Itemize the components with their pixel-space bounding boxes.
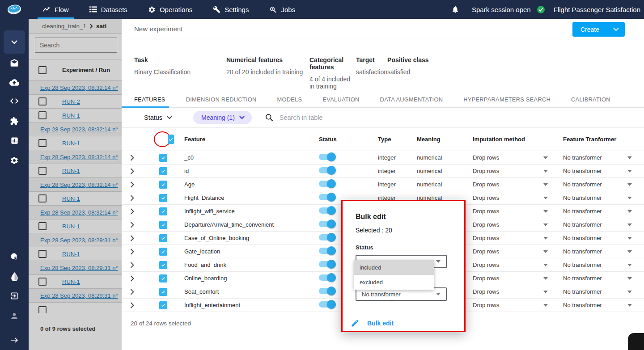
code-icon[interactable] (0, 98, 29, 104)
bulk-edit-apply-button[interactable]: Bulk edit (351, 319, 394, 328)
expand-row-button[interactable] (122, 168, 142, 174)
status-toggle[interactable] (319, 154, 335, 160)
feature-transformer-select[interactable]: No transformer (563, 248, 644, 255)
run-link[interactable]: RUN-1 (62, 140, 80, 147)
feature-transformer-select[interactable]: No transformer (563, 168, 644, 174)
experiment-link[interactable]: Exp 28 Sep 2023, 08:32:14 n° (29, 154, 118, 160)
expand-row-button[interactable] (122, 302, 142, 308)
feature-transformer-select[interactable]: No transformer (563, 275, 644, 282)
imputation-method-select[interactable]: Drop rows (473, 302, 563, 308)
status-toggle[interactable] (319, 221, 335, 227)
feature-transformer-select[interactable]: No transformer (563, 302, 644, 308)
run-link[interactable]: RUN-1 (62, 251, 80, 257)
notifications-bell-icon[interactable] (451, 5, 459, 14)
app-logo[interactable] (0, 2, 29, 17)
expand-row-button[interactable] (122, 155, 142, 161)
run-checkbox[interactable] (38, 250, 47, 258)
imputation-method-select[interactable]: Drop rows (473, 275, 563, 282)
create-button[interactable]: Create (572, 22, 625, 37)
status-toggle[interactable] (319, 194, 335, 200)
status-toggle[interactable] (319, 261, 335, 267)
breadcrumb[interactable]: cleaning_train_1 sati (29, 19, 122, 34)
run-checkbox[interactable] (38, 97, 47, 105)
imputation-method-select[interactable]: Drop rows (473, 235, 563, 241)
feature-transformer-select[interactable]: No transformer (563, 181, 644, 188)
feature-transformer-select[interactable]: No transformer (563, 194, 644, 201)
status-option[interactable]: excluded (354, 275, 434, 290)
tab[interactable]: MODELS (277, 91, 302, 108)
imputation-method-select[interactable]: Drop rows (473, 248, 563, 255)
puzzle-icon[interactable] (0, 117, 29, 126)
feature-transformer-select[interactable]: No transformer (563, 261, 644, 268)
run-link[interactable]: RUN-1 (62, 223, 80, 230)
experiments-search-input[interactable] (35, 38, 117, 53)
run-link[interactable]: RUN-1 (62, 278, 80, 285)
imputation-method-select[interactable]: Drop rows (473, 194, 563, 201)
imputation-method-select[interactable]: Drop rows (473, 168, 563, 174)
experiment-link[interactable]: Exp 28 Sep 2023, 08:29:31 n° (29, 265, 118, 271)
water-drop-icon[interactable] (0, 272, 29, 281)
person-icon[interactable] (0, 312, 29, 320)
status-toggle[interactable] (319, 234, 335, 240)
run-checkbox[interactable] (38, 139, 47, 147)
run-link[interactable]: RUN-2 (62, 98, 80, 105)
github-icon[interactable] (0, 252, 29, 261)
select-all-features-checkbox[interactable] (168, 135, 174, 144)
run-link[interactable]: RUN-1 (62, 168, 80, 174)
experiment-link[interactable]: Exp 28 Sep 2023, 08:29:31 n° (29, 237, 118, 244)
status-filter-dropdown[interactable]: Status (144, 114, 172, 121)
run-checkbox[interactable] (38, 111, 47, 119)
imputation-method-select[interactable]: Drop rows (473, 288, 563, 295)
nav-item[interactable]: Operations (143, 0, 197, 19)
expand-row-button[interactable] (122, 249, 142, 255)
nav-item[interactable]: Datasets (85, 0, 132, 19)
feature-transformer-select[interactable]: No transformer (563, 221, 644, 228)
run-checkbox[interactable] (38, 222, 47, 230)
imputation-method-select[interactable]: Drop rows (473, 221, 563, 228)
meaning-filter-chip[interactable]: Meaning (1) (193, 111, 252, 124)
status-toggle[interactable] (319, 274, 335, 281)
table-search-input[interactable] (280, 114, 414, 121)
status-option[interactable]: included (354, 260, 434, 275)
feature-checkbox[interactable] (159, 261, 167, 269)
tab[interactable]: EVALUATION (322, 91, 359, 108)
run-checkbox[interactable] (38, 278, 47, 286)
expand-row-button[interactable] (122, 235, 142, 241)
feature-transformer-select[interactable]: No transformer (563, 208, 644, 215)
feature-checkbox[interactable] (159, 221, 167, 229)
feature-checkbox[interactable] (159, 194, 167, 202)
run-link[interactable]: RUN-1 (62, 195, 80, 202)
status-toggle[interactable] (319, 248, 335, 254)
experiment-link[interactable]: Exp 28 Sep 2023, 08:32:14 n° (29, 181, 118, 188)
mail-icon[interactable] (0, 59, 29, 67)
feature-checkbox[interactable] (159, 248, 167, 256)
run-checkbox[interactable] (38, 306, 47, 313)
feature-transformer-select[interactable]: No transformer (563, 235, 644, 241)
experiment-link[interactable]: Exp 28 Sep 2023, 08:32:14 n° (29, 84, 118, 91)
experiment-link[interactable]: Exp 28 Sep 2023, 08:29:31 n° (29, 292, 118, 299)
rail-active-item[interactable] (4, 30, 25, 54)
feature-checkbox[interactable] (159, 274, 167, 283)
feature-checkbox[interactable] (159, 181, 167, 189)
tab[interactable]: HYPERPARAMETERS SEARCH (463, 91, 551, 108)
experiment-link[interactable]: Exp 28 Sep 2023, 08:32:14 n° (29, 126, 118, 133)
feature-checkbox[interactable] (159, 167, 167, 175)
feature-transformer-select[interactable]: No transformer (563, 154, 644, 161)
expand-row-button[interactable] (122, 262, 142, 268)
tab[interactable]: DIMENSION REDUCTION (186, 91, 257, 108)
expand-row-button[interactable] (122, 181, 142, 188)
status-toggle[interactable] (319, 207, 335, 214)
feature-checkbox[interactable] (159, 234, 167, 242)
feature-transformer-select[interactable]: No transformer (563, 288, 644, 295)
sign-in-icon[interactable] (0, 291, 29, 300)
status-toggle[interactable] (319, 288, 335, 294)
feature-checkbox[interactable] (159, 207, 167, 215)
imputation-method-select[interactable]: Drop rows (473, 154, 563, 161)
imputation-method-select[interactable]: Drop rows (473, 181, 563, 188)
nav-item[interactable]: Flow (38, 0, 74, 19)
tab[interactable]: DATA AUGMENTATION (380, 91, 443, 108)
tab[interactable]: CALIBRATION (571, 91, 610, 108)
cloud-upload-icon[interactable] (0, 79, 29, 86)
bar-chart-icon[interactable] (0, 136, 29, 145)
gear-icon[interactable] (0, 156, 29, 165)
